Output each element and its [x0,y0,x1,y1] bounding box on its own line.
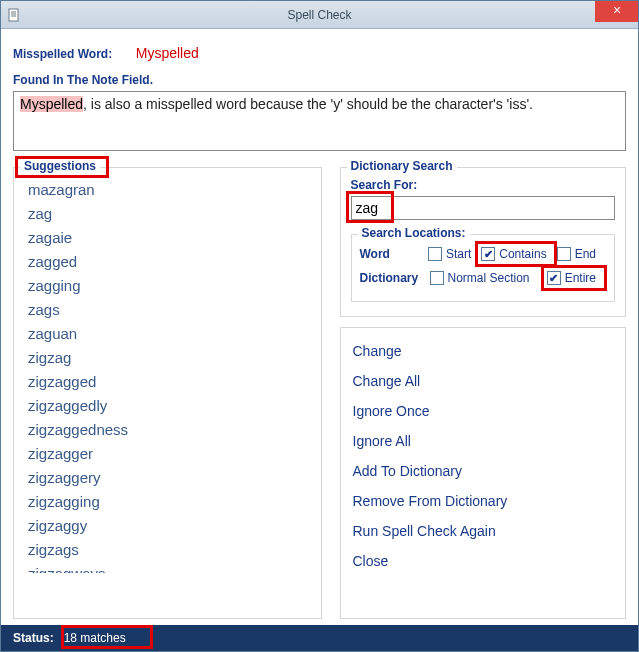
suggestions-legend: Suggestions [20,159,100,173]
suggestion-item[interactable]: zigzag [28,346,311,370]
content-area: Misspelled Word: Myspelled Found In The … [1,29,638,625]
checkbox-icon [557,247,571,261]
svg-rect-0 [9,9,18,21]
change-all-action[interactable]: Change All [351,366,616,396]
ignore-all-action[interactable]: Ignore All [351,426,616,456]
suggestion-item[interactable]: mazagran [28,178,311,202]
start-label: Start [446,247,471,261]
dictionary-search-legend: Dictionary Search [347,159,457,173]
misspelled-label: Misspelled Word: [13,47,112,61]
note-field[interactable]: Myspelled, is also a misspelled word bec… [13,91,626,151]
end-label: End [575,247,596,261]
main-columns: Suggestions mazagranzagzagaiezaggedzaggi… [13,167,626,619]
suggestion-item[interactable]: zigzaggy [28,514,311,538]
document-icon [7,8,21,22]
close-button[interactable]: × [595,0,639,22]
word-label: Word [360,247,428,261]
suggestion-item[interactable]: zigzaggery [28,466,311,490]
note-rest: , is also a misspelled word because the … [83,96,533,112]
dictionary-label: Dictionary [360,271,430,285]
status-value: 18 matches [64,631,126,645]
misspelled-value: Myspelled [136,45,199,61]
misspelled-row: Misspelled Word: Myspelled [13,45,626,61]
suggestion-item[interactable]: zigzags [28,538,311,562]
right-column: Dictionary Search Search For: Search Loc… [340,167,627,619]
close-icon: × [613,2,621,18]
change-action[interactable]: Change [351,336,616,366]
suggestion-item[interactable]: zigzagging [28,490,311,514]
entire-label: Entire [565,271,596,285]
checkbox-icon: ✔ [481,247,495,261]
dictionary-row: Dictionary Normal Section ✔Entire [360,271,607,285]
search-input[interactable] [351,196,616,220]
contains-label: Contains [499,247,546,261]
normal-section-label: Normal Section [448,271,530,285]
actions-panel: Change Change All Ignore Once Ignore All… [340,327,627,619]
suggestion-item[interactable]: zigzagways [28,562,311,573]
statusbar: Status: 18 matches [1,625,638,651]
found-in-label: Found In The Note Field. [13,73,626,87]
note-highlight: Myspelled [20,96,83,112]
suggestion-item[interactable]: zigzaggedly [28,394,311,418]
suggestion-item[interactable]: zigzaggedness [28,418,311,442]
start-checkbox[interactable]: Start [428,247,471,261]
ignore-once-action[interactable]: Ignore Once [351,396,616,426]
word-row: Word Start ✔Contains End [360,247,607,261]
suggestion-item[interactable]: zag [28,202,311,226]
suggestion-item[interactable]: zigzagged [28,370,311,394]
end-checkbox[interactable]: End [557,247,596,261]
suggestion-item[interactable]: zigzagger [28,442,311,466]
checkbox-icon: ✔ [547,271,561,285]
dictionary-search-panel: Dictionary Search Search For: Search Loc… [340,167,627,317]
suggestion-item[interactable]: zagged [28,250,311,274]
suggestions-panel: Suggestions mazagranzagzagaiezaggedzaggi… [13,167,322,619]
suggestions-list[interactable]: mazagranzagzagaiezaggedzaggingzagszaguan… [24,178,311,573]
titlebar: Spell Check × [1,1,638,29]
suggestion-item[interactable]: zagaie [28,226,311,250]
add-to-dictionary-action[interactable]: Add To Dictionary [351,456,616,486]
checkbox-icon [428,247,442,261]
normal-section-checkbox[interactable]: Normal Section [430,271,530,285]
search-for-label: Search For: [351,178,616,192]
suggestion-item[interactable]: zagging [28,274,311,298]
suggestion-item[interactable]: zaguan [28,322,311,346]
window-title: Spell Check [287,8,351,22]
status-label: Status: [13,631,54,645]
run-spell-check-again-action[interactable]: Run Spell Check Again [351,516,616,546]
search-locations-legend: Search Locations: [358,226,470,240]
close-action[interactable]: Close [351,546,616,576]
suggestion-item[interactable]: zags [28,298,311,322]
contains-checkbox[interactable]: ✔Contains [481,247,546,261]
search-locations-panel: Search Locations: Word Start ✔Contains E… [351,234,616,302]
entire-checkbox[interactable]: ✔Entire [547,271,596,285]
remove-from-dictionary-action[interactable]: Remove From Dictionary [351,486,616,516]
checkbox-icon [430,271,444,285]
